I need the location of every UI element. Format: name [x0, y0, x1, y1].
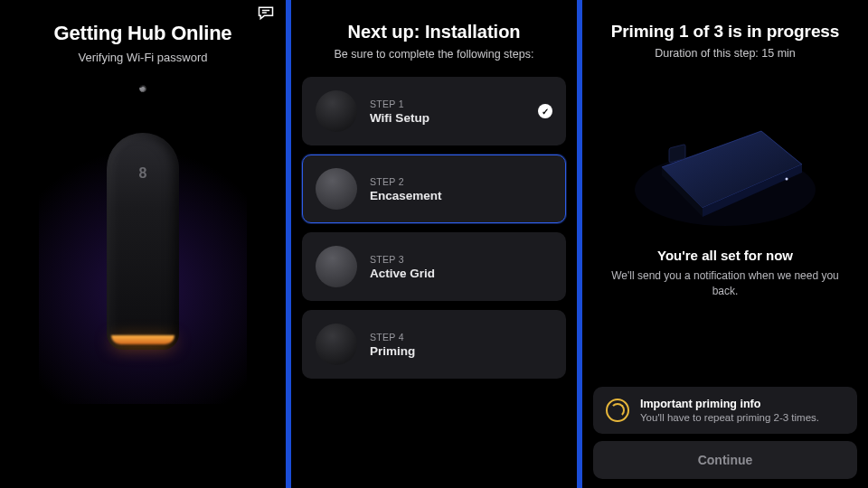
page-title: Getting Hub Online: [54, 22, 232, 45]
hub-logo: 8: [139, 165, 147, 182]
step-active-grid[interactable]: STEP 3 Active Grid: [302, 232, 566, 301]
step-thumbnail-icon: [316, 246, 357, 287]
continue-button-label: Continue: [698, 453, 753, 467]
hub-device-image: 8: [93, 133, 193, 350]
page-title: Next up: Installation: [347, 22, 520, 42]
step-wifi-setup[interactable]: STEP 1 Wifi Setup ✓: [302, 77, 566, 145]
pane-installation-steps: Next up: Installation Be sure to complet…: [291, 0, 577, 488]
refresh-icon: [606, 399, 629, 422]
info-card-body: You'll have to repeat priming 2-3 times.: [640, 412, 819, 423]
chat-icon[interactable]: [257, 4, 275, 20]
step-number-label: STEP 3: [370, 254, 435, 265]
step-number-label: STEP 2: [370, 176, 442, 187]
step-name: Encasement: [370, 189, 442, 202]
step-name: Wifi Setup: [370, 111, 429, 125]
info-card-title: Important priming info: [640, 398, 819, 410]
mattress-cover-image: [626, 81, 825, 235]
priming-info-card[interactable]: Important priming info You'll have to re…: [593, 387, 857, 434]
step-name: Active Grid: [370, 267, 435, 280]
steps-list: STEP 1 Wifi Setup ✓ STEP 2 Encasement ST…: [302, 77, 566, 379]
page-title: Priming 1 of 3 is in progress: [611, 22, 840, 42]
page-subtitle: Duration of this step: 15 min: [655, 47, 796, 60]
pane-priming-progress: Priming 1 of 3 is in progress Duration o…: [582, 0, 868, 488]
ready-heading: You're all set for now: [657, 248, 793, 263]
step-thumbnail-icon: [316, 90, 357, 132]
step-priming[interactable]: STEP 4 Priming: [302, 310, 566, 379]
step-thumbnail-icon: [316, 324, 357, 365]
page-subtitle: Be sure to complete the following steps:: [335, 48, 534, 61]
continue-button[interactable]: Continue: [593, 441, 857, 479]
svg-point-5: [786, 178, 788, 181]
step-number-label: STEP 4: [370, 332, 415, 343]
pane-getting-hub-online: Getting Hub Online Verifying Wi-Fi passw…: [0, 0, 286, 488]
page-subtitle: Verifying Wi-Fi password: [78, 51, 207, 64]
step-thumbnail-icon: [316, 168, 357, 210]
ready-subtext: We'll send you a notification when we ne…: [582, 268, 868, 300]
check-complete-icon: ✓: [538, 104, 552, 118]
step-name: Priming: [370, 344, 415, 358]
step-number-label: STEP 1: [370, 99, 429, 109]
step-encasement[interactable]: STEP 2 Encasement: [302, 155, 566, 223]
